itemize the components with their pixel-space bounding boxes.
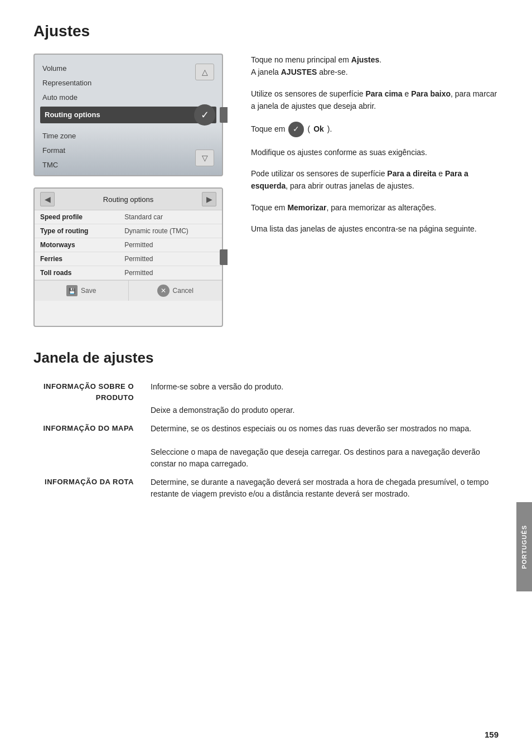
- ajustes-label-1: Informação sobre o produto: [33, 378, 145, 420]
- cancel-button[interactable]: ✕ Cancel: [129, 281, 223, 301]
- value-toll: Permitted: [119, 266, 222, 280]
- table-row: Ferries Permitted: [35, 252, 222, 266]
- para1: Toque no menu principal em Ajustes. A ja…: [251, 54, 499, 79]
- para4: Modifique os ajustes conforme as suas ex…: [251, 146, 499, 158]
- ajustes-row-2: Informação do mapa Determine, se os dest…: [33, 420, 499, 473]
- menu-item-automode: Auto mode: [42, 90, 214, 105]
- prev-arrow[interactable]: ◀: [40, 192, 55, 206]
- label-motorways: Motorways: [35, 238, 119, 252]
- ajustes-text-2: Determine, se os destinos especiais ou o…: [145, 420, 499, 473]
- ajustes-text-3: Determine, se durante a navegação deverá…: [145, 473, 499, 503]
- routing-options-table: Speed profile Standard car Type of routi…: [35, 210, 222, 280]
- screen1-inner: △ Volume Representation Auto mode Routin…: [35, 55, 222, 175]
- ok-icon: ✓: [288, 122, 304, 137]
- menu-item-format: Format: [42, 143, 214, 158]
- ajustes-table: Informação sobre o produto Informe-se so…: [33, 378, 499, 503]
- page-container: PORTUGUÊS Ajustes △ Volume Representatio…: [0, 0, 532, 756]
- value-routing-type: Dynamic route (TMC): [119, 224, 222, 238]
- ajustes-row-3: Informação da rota Determine, se durante…: [33, 473, 499, 503]
- para5: Pode utilizar os sensores de superfície …: [251, 167, 499, 192]
- ajustes-row-1: Informação sobre o produto Informe-se so…: [33, 378, 499, 420]
- save-label: Save: [81, 287, 96, 295]
- down-button[interactable]: ▽: [195, 150, 214, 166]
- screen2-header: ◀ Routing options ▶: [35, 189, 222, 210]
- ajustes-text-1: Informe-se sobre a versão do produto. De…: [145, 378, 499, 420]
- ajustes-label-3: Informação da rota: [33, 473, 145, 503]
- para6: Toque em Memorizar, para memorizar as al…: [251, 201, 499, 214]
- label-toll: Toll roads: [35, 266, 119, 280]
- left-column: △ Volume Representation Auto mode Routin…: [33, 54, 234, 338]
- section1-title: Ajustes: [33, 22, 499, 40]
- right-column: Toque no menu principal em Ajustes. A ja…: [251, 54, 499, 338]
- screen2-side-indicator: [220, 249, 228, 265]
- menu-item-representation: Representation: [42, 76, 214, 90]
- ajustes-label-2: Informação do mapa: [33, 420, 145, 473]
- screen1-wrapper: △ Volume Representation Auto mode Routin…: [33, 54, 223, 176]
- para2: Utilize os sensores de superfície Para c…: [251, 88, 499, 113]
- language-label: PORTUGUÊS: [521, 525, 528, 569]
- ok-instruction: Toque em ✓ (Ok).: [251, 122, 332, 137]
- table-row: Toll roads Permitted: [35, 266, 222, 280]
- menu-item-timezone: Time zone: [42, 129, 214, 143]
- table-row: Motorways Permitted: [35, 238, 222, 252]
- menu-item-tmc: TMC: [42, 158, 214, 172]
- screen2-wrapper: ◀ Routing options ▶ Speed profile Standa…: [33, 187, 223, 327]
- screen2: ◀ Routing options ▶ Speed profile Standa…: [33, 187, 223, 327]
- label-speed: Speed profile: [35, 210, 119, 224]
- save-icon: 💾: [66, 285, 78, 296]
- screen2-title: Routing options: [59, 195, 197, 204]
- para7: Uma lista das janelas de ajustes encontr…: [251, 223, 499, 235]
- language-tab: PORTUGUÊS: [516, 502, 532, 591]
- value-motorways: Permitted: [119, 238, 222, 252]
- table-row: Speed profile Standard car: [35, 210, 222, 224]
- menu-item-routing[interactable]: Routing options: [40, 107, 216, 123]
- table-row: Type of routing Dynamic route (TMC): [35, 224, 222, 238]
- value-ferries: Permitted: [119, 252, 222, 266]
- save-button[interactable]: 💾 Save: [35, 281, 129, 301]
- para3: Toque em ✓ (Ok).: [251, 122, 499, 137]
- next-arrow[interactable]: ▶: [202, 192, 216, 206]
- cancel-label: Cancel: [173, 287, 194, 295]
- screen1-side-indicator: [220, 107, 228, 123]
- value-speed: Standard car: [119, 210, 222, 224]
- page-number: 159: [485, 730, 499, 739]
- cancel-icon: ✕: [157, 285, 170, 297]
- menu-item-volume: Volume: [42, 61, 214, 76]
- section1-content: △ Volume Representation Auto mode Routin…: [33, 54, 499, 338]
- ok-button[interactable]: [194, 104, 215, 126]
- up-button[interactable]: △: [195, 64, 214, 80]
- screen1: △ Volume Representation Auto mode Routin…: [33, 54, 223, 176]
- screen2-footer: 💾 Save ✕ Cancel: [35, 280, 222, 301]
- label-ferries: Ferries: [35, 252, 119, 266]
- section2-title: Janela de ajustes: [33, 349, 499, 367]
- label-routing-type: Type of routing: [35, 224, 119, 238]
